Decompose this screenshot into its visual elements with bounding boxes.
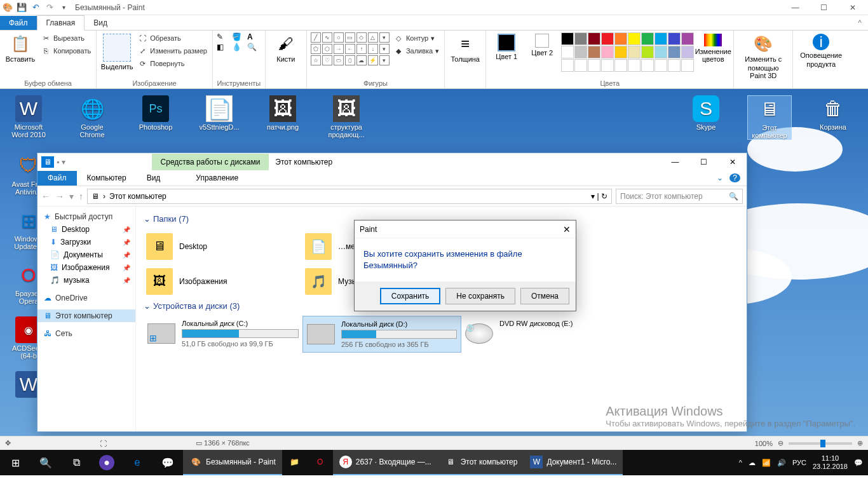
palette-empty[interactable] — [601, 59, 614, 72]
fill-button[interactable]: ◆Заливка ▾ — [392, 45, 440, 57]
palette-swatch[interactable] — [654, 32, 667, 45]
task-word[interactable]: WДокумент1 - Micro... — [524, 450, 623, 475]
nav-downloads[interactable]: ⬇Загрузки📌 — [37, 236, 135, 248]
palette-swatch[interactable] — [574, 46, 587, 58]
tray-language[interactable]: РУС — [792, 459, 806, 466]
desktop-icon-photoshop[interactable]: PsPhotoshop — [133, 95, 178, 139]
palette-swatch[interactable] — [628, 46, 641, 58]
pencil-tool[interactable]: ✎ — [217, 32, 231, 41]
task-explorer-pinned[interactable]: 📁 — [282, 450, 308, 475]
palette-empty[interactable] — [668, 59, 681, 72]
zoom-out[interactable]: ⊖ — [778, 439, 783, 447]
picker-tool[interactable]: 💧 — [232, 43, 246, 51]
qat-customize-icon[interactable]: ▾ — [57, 1, 70, 14]
palette-swatch[interactable] — [628, 32, 641, 45]
nav-recent[interactable]: ▾ — [69, 191, 74, 201]
nav-network[interactable]: 🖧Сеть — [37, 327, 135, 340]
nav-onedrive[interactable]: ☁OneDrive — [37, 292, 135, 304]
palette-swatch[interactable] — [574, 32, 587, 45]
tray-clock[interactable]: 11:10 23.12.2018 — [813, 454, 848, 471]
explorer-search[interactable]: Поиск: Этот компьютер 🔍 — [616, 189, 743, 204]
palette-empty[interactable] — [561, 59, 574, 72]
select-button[interactable]: Выделить — [100, 32, 133, 72]
palette-empty[interactable] — [654, 59, 667, 72]
palette-empty[interactable] — [614, 59, 627, 72]
palette-swatch[interactable] — [681, 32, 694, 45]
desktop-icon-file1[interactable]: 📄v5SttniegD... — [197, 95, 241, 139]
address-bar[interactable]: 🖥 › Этот компьютер ▾ | ↻ — [87, 189, 612, 204]
explorer-tab-file[interactable]: Файл — [37, 171, 77, 186]
product-alert-button[interactable]: i Оповещение продукта — [797, 32, 845, 69]
tab-home[interactable]: Главная — [37, 15, 85, 30]
brushes-button[interactable]: 🖌 Кисти — [269, 32, 302, 64]
desktop-icon-skype[interactable]: SSkype — [684, 95, 728, 140]
cancel-button[interactable]: Отмена — [520, 288, 569, 304]
edit-colors-button[interactable]: Изменение цветов — [696, 32, 729, 64]
qat-undo-icon[interactable]: ↶ — [29, 1, 42, 14]
tray-volume-icon[interactable]: 🔊 — [777, 459, 786, 467]
desktop-icon-chrome[interactable]: 🌐Google Chrome — [70, 95, 114, 139]
qat-redo-icon[interactable]: ↷ — [43, 1, 56, 14]
nav-back[interactable]: ← — [41, 191, 50, 201]
nav-quick-access[interactable]: ★Быстрый доступ — [37, 210, 135, 223]
nav-music[interactable]: 🎵музыка📌 — [37, 274, 135, 287]
palette-swatch[interactable] — [561, 46, 574, 58]
palette-empty[interactable] — [574, 59, 587, 72]
taskview-button[interactable]: ⧉ — [61, 450, 92, 475]
zoom-tool[interactable]: 🔍 — [247, 43, 261, 51]
rotate-button[interactable]: ⟳Повернуть — [136, 58, 208, 69]
shapes-gallery[interactable]: ╱∿○▭◇△▾ ⬠⬡→←↑↓▾ ☆♡⬭⬯☁⚡▾ — [311, 32, 390, 65]
save-button[interactable]: Сохранить — [380, 288, 441, 304]
explorer-tab-manage[interactable]: Управление — [186, 171, 248, 186]
tray-wifi-icon[interactable]: 📶 — [762, 459, 771, 467]
crop-button[interactable]: ⛶Обрезать — [136, 32, 208, 44]
tab-file[interactable]: Файл — [0, 16, 37, 30]
task-paint[interactable]: 🎨Безымянный - Paint — [183, 450, 282, 475]
palette-swatch[interactable] — [668, 46, 681, 58]
resize-button[interactable]: ⤢Изменить размер — [136, 45, 208, 57]
palette-swatch[interactable] — [614, 32, 627, 45]
palette-empty[interactable] — [641, 59, 654, 72]
task-yandex[interactable]: Я2637 · Входящие —... — [333, 450, 438, 475]
explorer-tab-view[interactable]: Вид — [137, 171, 171, 186]
paste-button[interactable]: 📋 Вставить — [4, 32, 37, 64]
drive-c[interactable]: ⊞ Локальный диск (C:) 51,0 ГБ свободно и… — [144, 316, 302, 353]
zoom-slider[interactable] — [789, 442, 852, 445]
desktop-icon-file2[interactable]: 🖼патчи.png — [261, 95, 305, 139]
color1-button[interactable]: Цвет 1 — [490, 32, 523, 62]
explorer-qat-icon[interactable]: ▪ ▾ — [57, 158, 65, 166]
nav-desktop[interactable]: 🖥Desktop📌 — [37, 223, 135, 236]
action-center-icon[interactable]: 💬 — [854, 459, 863, 467]
cortana-button[interactable]: ● — [99, 455, 114, 470]
folder-desktop[interactable]: 🖥Desktop — [144, 229, 302, 264]
paint3d-button[interactable]: 🎨 Изменить с помощью Paint 3D — [738, 32, 789, 81]
palette-swatch[interactable] — [561, 32, 574, 45]
palette-swatch[interactable] — [681, 46, 694, 58]
search-button[interactable]: 🔍 — [31, 450, 61, 475]
tray-expand-icon[interactable]: ^ — [739, 459, 742, 466]
nav-thispc[interactable]: 🖥Этот компьютер — [37, 309, 135, 322]
zoom-in[interactable]: ⊕ — [857, 439, 863, 447]
explorer-maximize[interactable]: ☐ — [689, 153, 718, 171]
desktop-icon-thispc[interactable]: 🖥Этот компьютер — [747, 95, 792, 140]
qat-save-icon[interactable]: 💾 — [15, 1, 28, 14]
drive-e[interactable]: 💿 DVD RW дисковод (E:) — [461, 316, 620, 353]
color-palette[interactable] — [561, 32, 694, 72]
palette-swatch[interactable] — [668, 32, 681, 45]
ribbon-collapse-icon[interactable]: ^ — [851, 16, 868, 30]
desktop-icon-file3[interactable]: 🖼структура продающ... — [324, 95, 369, 139]
explorer-help-icon[interactable]: ⌄ ? — [710, 171, 747, 186]
maximize-button[interactable]: ☐ — [810, 0, 838, 15]
dialog-close[interactable]: ✕ — [563, 224, 571, 234]
dont-save-button[interactable]: Не сохранять — [445, 288, 515, 304]
folder-pictures[interactable]: 🖼Изображения — [144, 264, 302, 299]
taskbar-edge[interactable]: e — [122, 450, 153, 475]
palette-empty[interactable] — [588, 59, 600, 72]
palette-swatch[interactable] — [641, 46, 654, 58]
palette-swatch[interactable] — [588, 46, 600, 58]
minimize-button[interactable]: — — [781, 0, 810, 15]
desktop-icon-word[interactable]: WMicrosoft Word 2010 — [6, 95, 51, 139]
palette-swatch[interactable] — [601, 46, 614, 58]
palette-empty[interactable] — [628, 59, 641, 72]
start-button[interactable]: ⊞ — [0, 450, 31, 475]
